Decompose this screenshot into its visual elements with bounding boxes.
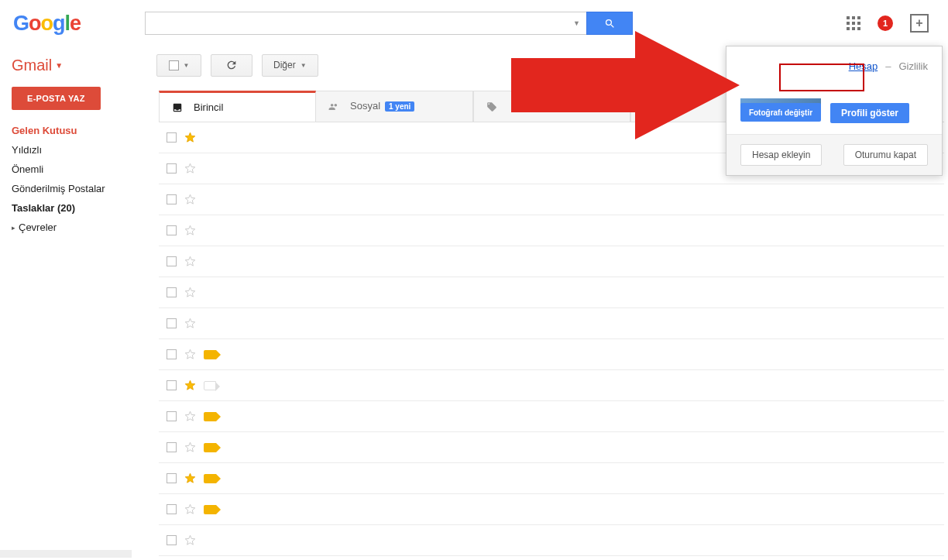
hangouts-bar[interactable] <box>0 550 132 558</box>
tab-primary[interactable]: Birincil <box>159 91 316 122</box>
tab-promotions[interactable] <box>473 91 630 122</box>
nav-list: Gelen KutusuYıldızlıÖnemliGönderilmiş Po… <box>12 121 139 237</box>
refresh-button[interactable] <box>211 54 252 77</box>
star-icon[interactable] <box>184 349 196 360</box>
caret-right-icon: ▸ <box>12 224 15 232</box>
sidebar-item[interactable]: Önemli <box>12 160 139 179</box>
gmail-dropdown[interactable]: Gmail ▼ <box>12 57 147 74</box>
caret-down-icon: ▼ <box>55 61 63 70</box>
sidebar-item[interactable]: Gönderilmiş Postalar <box>12 179 139 198</box>
label-tag-icon[interactable] <box>204 505 216 514</box>
star-icon[interactable] <box>184 380 196 391</box>
star-icon[interactable] <box>184 132 196 143</box>
add-account-button[interactable]: Hesap ekleyin <box>740 144 822 166</box>
caret-down-icon: ▼ <box>184 62 190 69</box>
sign-out-button[interactable]: Oturumu kapat <box>843 144 928 166</box>
star-icon[interactable] <box>184 287 196 298</box>
row-checkbox[interactable] <box>167 504 177 514</box>
account-popup: Hesap – Gizlilik Fotoğrafı değiştir Prof… <box>726 46 943 176</box>
row-checkbox[interactable] <box>167 535 177 545</box>
search-area: ▼ <box>145 12 633 35</box>
row-checkbox[interactable] <box>167 318 177 328</box>
mail-row[interactable] <box>159 432 944 463</box>
refresh-icon <box>225 59 238 71</box>
row-checkbox[interactable] <box>167 194 177 204</box>
sidebar-item-label: Taslaklar (20) <box>12 202 75 214</box>
account-link[interactable]: Hesap <box>849 60 878 72</box>
mail-row[interactable] <box>159 308 944 339</box>
row-checkbox[interactable] <box>167 380 177 390</box>
sidebar: E-POSTA YAZ Gelen KutusuYıldızlıÖnemliGö… <box>12 87 139 237</box>
sidebar-item-label: Önemli <box>12 163 43 175</box>
privacy-link[interactable]: Gizlilik <box>898 60 928 72</box>
label-tag-icon[interactable] <box>204 381 216 390</box>
mail-row[interactable] <box>159 494 944 525</box>
sidebar-item[interactable]: ▸Çevreler <box>12 218 139 237</box>
search-input[interactable]: ▼ <box>145 12 586 35</box>
mail-row[interactable] <box>159 246 944 277</box>
notifications-badge[interactable]: 1 <box>878 15 893 31</box>
tab-social[interactable]: Sosyal 1 yeni <box>316 91 473 122</box>
mail-row[interactable] <box>159 401 944 432</box>
row-checkbox[interactable] <box>167 411 177 421</box>
label-tag-icon[interactable] <box>204 474 216 483</box>
compose-button[interactable]: E-POSTA YAZ <box>12 87 101 110</box>
row-checkbox[interactable] <box>167 132 177 143</box>
select-all-button[interactable]: ▼ <box>156 54 201 77</box>
star-icon[interactable] <box>184 194 196 205</box>
sidebar-item[interactable]: Gelen Kutusu <box>12 121 139 140</box>
search-button[interactable] <box>586 12 633 35</box>
select-all-checkbox[interactable] <box>169 60 179 70</box>
sidebar-item-label: Çevreler <box>19 222 57 233</box>
row-checkbox[interactable] <box>167 163 177 173</box>
star-icon[interactable] <box>184 472 196 484</box>
star-icon[interactable] <box>184 503 196 515</box>
row-checkbox[interactable] <box>167 287 177 297</box>
apps-icon[interactable] <box>847 16 860 30</box>
search-icon <box>604 18 616 29</box>
header: Google ▼ 1 + <box>0 0 948 46</box>
row-checkbox[interactable] <box>167 473 177 483</box>
toolbar-buttons: ▼ Diğer ▼ <box>156 54 318 77</box>
row-checkbox[interactable] <box>167 349 177 359</box>
gmail-label-text: Gmail <box>12 57 52 74</box>
star-icon[interactable] <box>184 163 196 174</box>
label-tag-icon[interactable] <box>204 350 216 359</box>
star-icon[interactable] <box>184 225 196 236</box>
view-profile-button[interactable]: Profili göster <box>830 103 909 123</box>
label-tag-icon[interactable] <box>204 443 216 452</box>
mail-list <box>159 122 944 556</box>
star-icon[interactable] <box>184 256 196 267</box>
mail-row[interactable] <box>159 370 944 401</box>
share-icon[interactable]: + <box>910 14 929 33</box>
row-checkbox[interactable] <box>167 256 177 266</box>
more-button[interactable]: Diğer ▼ <box>262 54 318 77</box>
more-label: Diğer <box>273 60 296 70</box>
sidebar-item[interactable]: Taslaklar (20) <box>12 198 139 218</box>
label-tag-icon[interactable] <box>204 412 216 421</box>
mail-row[interactable] <box>159 184 944 215</box>
people-icon <box>327 101 341 112</box>
change-photo-button[interactable]: Fotoğrafı değiştir <box>740 103 821 122</box>
mail-row[interactable] <box>159 463 944 494</box>
search-dropdown-caret[interactable]: ▼ <box>573 19 580 27</box>
tab-primary-label: Birincil <box>194 101 223 113</box>
tag-icon <box>485 101 499 112</box>
row-checkbox[interactable] <box>167 442 177 452</box>
separator: – <box>885 60 891 72</box>
sidebar-item[interactable]: Yıldızlı <box>12 140 139 160</box>
mail-row[interactable] <box>159 339 944 370</box>
star-icon[interactable] <box>184 411 196 422</box>
star-icon[interactable] <box>184 318 196 329</box>
mail-row[interactable] <box>159 215 944 246</box>
sidebar-item-label: Gönderilmiş Postalar <box>12 183 105 194</box>
google-logo[interactable]: Google <box>12 12 136 36</box>
star-icon[interactable] <box>184 441 196 453</box>
tab-social-label: Sosyal <box>350 101 380 112</box>
star-icon[interactable] <box>184 534 196 546</box>
header-right: 1 + <box>847 14 936 33</box>
row-checkbox[interactable] <box>167 225 177 235</box>
mail-row[interactable] <box>159 525 944 556</box>
sidebar-item-label: Gelen Kutusu <box>12 125 77 136</box>
mail-row[interactable] <box>159 277 944 308</box>
